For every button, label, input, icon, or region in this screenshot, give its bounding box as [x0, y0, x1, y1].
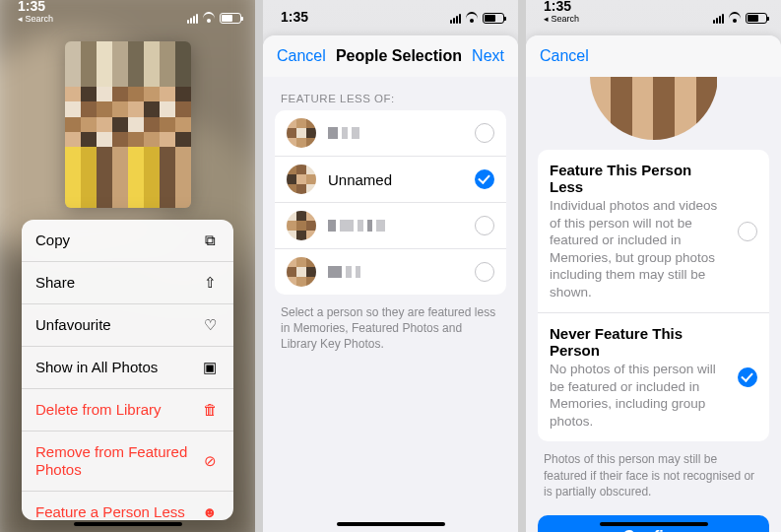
option-radio[interactable] — [738, 222, 757, 241]
phone-feature-options: 1:35 ◂ Search Cancel Feature This Person… — [526, 0, 781, 532]
menu-label: Unfavourite — [35, 316, 200, 334]
options-list: Feature This Person LessIndividual photo… — [538, 150, 769, 441]
photo-preview[interactable] — [65, 41, 191, 208]
person-avatar — [590, 77, 718, 140]
unfavourite-row[interactable]: Unfavourite♡ — [22, 303, 233, 346]
battery-icon — [746, 13, 767, 24]
modal-title: People Selection — [336, 47, 462, 65]
menu-label: Show in All Photos — [35, 359, 200, 376]
status-icons — [713, 13, 767, 24]
selection-radio[interactable] — [475, 216, 494, 235]
menu-label: Feature a Person Less — [35, 503, 200, 520]
status-icons — [450, 13, 504, 24]
next-button[interactable]: Next — [472, 47, 504, 65]
modal-header: Cancel — [526, 35, 781, 77]
remove-featured-row-icon: ⊘ — [200, 452, 220, 470]
cancel-button[interactable]: Cancel — [277, 47, 326, 65]
status-icons — [187, 13, 241, 24]
person-name — [328, 266, 463, 278]
wifi-icon — [202, 14, 216, 24]
phone-people-selection: 1:35 Cancel People Selection Next FEATUR… — [263, 0, 518, 532]
status-nav-back[interactable]: ◂ Search — [18, 15, 53, 24]
share-row-icon: ⇧ — [200, 274, 220, 292]
menu-label: Share — [35, 274, 200, 292]
option-title: Feature This Person Less — [550, 162, 728, 195]
cancel-button[interactable]: Cancel — [540, 47, 589, 65]
home-indicator[interactable] — [600, 522, 708, 526]
person-row[interactable]: Unnamed — [275, 156, 506, 202]
menu-label: Remove from Featured Photos — [35, 443, 200, 479]
battery-icon — [483, 13, 504, 24]
people-list: Unnamed — [275, 110, 506, 295]
option-title: Never Feature This Person — [550, 325, 728, 359]
option-desc: No photos of this person will be feature… — [550, 361, 728, 430]
battery-icon — [220, 13, 241, 24]
person-avatar — [287, 118, 316, 148]
person-name — [328, 127, 463, 139]
feature-option[interactable]: Never Feature This PersonNo photos of th… — [538, 312, 769, 441]
show-in-all-row[interactable]: Show in All Photos▣ — [22, 346, 233, 388]
remove-featured-row[interactable]: Remove from Featured Photos⊘ — [22, 431, 233, 491]
feature-less-row-icon: ☻ — [200, 503, 220, 520]
feature-less-row[interactable]: Feature a Person Less☻ — [22, 491, 233, 520]
option-radio[interactable] — [738, 367, 757, 387]
status-bar: 1:35 ◂ Search — [526, 0, 781, 24]
status-bar: 1:35 — [263, 0, 518, 24]
signal-icon — [450, 14, 461, 24]
share-row[interactable]: Share⇧ — [22, 261, 233, 303]
person-avatar — [287, 257, 316, 287]
modal-header: Cancel People Selection Next — [263, 35, 518, 77]
person-name — [328, 220, 463, 232]
section-label: FEATURE LESS OF: — [281, 93, 500, 104]
context-menu: Copy⧉Share⇧Unfavourite♡Show in All Photo… — [22, 220, 233, 520]
home-indicator[interactable] — [337, 522, 445, 526]
footer-note: Photos of this person may still be featu… — [544, 451, 763, 499]
selection-radio[interactable] — [475, 123, 494, 143]
person-avatar — [287, 211, 316, 240]
wifi-icon — [728, 14, 742, 24]
person-row[interactable] — [275, 248, 506, 295]
menu-label: Delete from Library — [35, 401, 200, 419]
modal-sheet: Cancel Feature This Person LessIndividua… — [526, 35, 781, 532]
person-name: Unnamed — [328, 171, 463, 188]
feature-option[interactable]: Feature This Person LessIndividual photo… — [538, 150, 769, 312]
show-in-all-row-icon: ▣ — [200, 359, 220, 376]
status-time: 1:35 — [544, 0, 579, 13]
unfavourite-row-icon: ♡ — [200, 316, 220, 334]
signal-icon — [187, 14, 198, 24]
status-time: 1:35 — [18, 0, 53, 13]
wifi-icon — [465, 14, 479, 24]
delete-row-icon: 🗑 — [200, 401, 220, 418]
home-indicator[interactable] — [74, 522, 182, 526]
status-time: 1:35 — [281, 10, 308, 24]
copy-row[interactable]: Copy⧉ — [22, 220, 233, 261]
menu-label: Copy — [35, 232, 200, 249]
phone-context-menu: 1:35 ◂ Search Copy⧉Share⇧Unfavourite♡Sho… — [0, 0, 255, 532]
status-nav-back[interactable]: ◂ Search — [544, 15, 579, 24]
status-bar: 1:35 ◂ Search — [0, 0, 255, 24]
person-avatar — [287, 165, 316, 194]
person-row[interactable] — [275, 110, 506, 156]
copy-row-icon: ⧉ — [200, 232, 220, 249]
delete-row[interactable]: Delete from Library🗑 — [22, 388, 233, 431]
selection-radio[interactable] — [475, 262, 494, 282]
person-row[interactable] — [275, 202, 506, 248]
selection-radio[interactable] — [475, 169, 494, 189]
option-desc: Individual photos and videos of this per… — [550, 197, 728, 300]
footer-note: Select a person so they are featured les… — [281, 304, 500, 353]
signal-icon — [713, 14, 724, 24]
modal-sheet: Cancel People Selection Next FEATURE LES… — [263, 35, 518, 532]
